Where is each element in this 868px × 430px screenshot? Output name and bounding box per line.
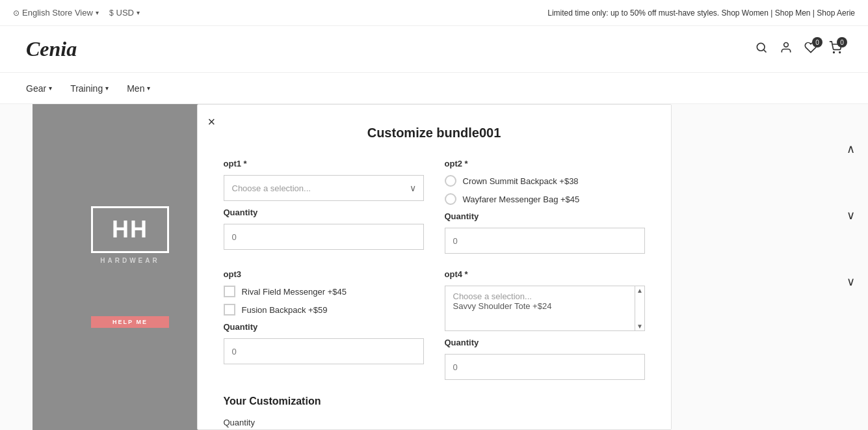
- opt1-dropdown-wrapper: Choose a selection... Option 1 Option 2 …: [224, 175, 424, 201]
- currency-dropdown-icon: ▾: [137, 9, 140, 16]
- opt3-checkbox-1: [224, 286, 235, 297]
- cart-badge: 0: [837, 37, 847, 47]
- nav-gear-chevron: ▾: [49, 85, 52, 92]
- promo-text: Limited time only: up to 50% off must-ha…: [547, 8, 719, 18]
- nav-men-label: Men: [127, 83, 144, 94]
- opt4-scrollbar: ▲ ▼: [635, 286, 645, 331]
- svg-line-1: [764, 50, 767, 53]
- svg-point-2: [784, 43, 789, 47]
- opt3-checkbox-group: Rival Field Messenger +$45 Fusion Backpa…: [224, 286, 424, 316]
- opt4-display[interactable]: Choose a selection... Savvy Shoulder Tot…: [445, 286, 645, 331]
- wishlist-icon[interactable]: 0: [804, 41, 817, 57]
- top-bar-left: ⊙ English Store View ▾ $ USD ▾: [13, 8, 140, 18]
- currency-selector[interactable]: $ USD ▾: [109, 8, 140, 18]
- opt2-qty-input[interactable]: [445, 228, 645, 254]
- opt4-visible-option: Savvy Shoulder Tote +$24: [453, 301, 626, 311]
- top-bar-promo: Limited time only: up to 50% off must-ha…: [547, 8, 855, 18]
- opt3-checkbox-item-2[interactable]: Fusion Backpack +$59: [224, 304, 424, 316]
- currency-icon: $: [109, 8, 114, 18]
- opt2-radio-group: Crown Summit Backpack +$38 Wayfarer Mess…: [445, 175, 645, 205]
- chevron-down-1-icon[interactable]: ∨: [847, 208, 855, 222]
- cart-icon[interactable]: 0: [829, 41, 842, 57]
- nav-training-chevron: ▾: [105, 85, 109, 92]
- opt2-label: opt2 *: [445, 159, 645, 168]
- opt4-placeholder: Choose a selection...: [453, 291, 626, 301]
- opt1-required: *: [244, 159, 247, 168]
- store-view-label: English Store View: [22, 8, 93, 18]
- store-view-selector[interactable]: ⊙ English Store View ▾: [13, 8, 99, 18]
- opt2-option-1-label: Crown Summit Backpack +$38: [463, 176, 579, 186]
- shop-women-link[interactable]: Shop Women: [721, 8, 769, 18]
- nav-men-chevron: ▾: [147, 85, 150, 92]
- modal-close-button[interactable]: ×: [208, 115, 216, 128]
- logo[interactable]: Cenia: [26, 37, 77, 61]
- side-chevrons: ∧ ∨ ∨: [847, 142, 855, 289]
- shop-men-link[interactable]: Shop Men: [775, 8, 811, 18]
- location-icon: ⊙: [13, 8, 20, 18]
- customize-modal: × Customize bundle001 opt1 * Choose a se…: [197, 104, 672, 430]
- top-bar: ⊙ English Store View ▾ $ USD ▾ Limited t…: [0, 0, 868, 26]
- opt3-option-1-label: Rival Field Messenger +$45: [242, 287, 347, 297]
- wishlist-badge: 0: [812, 37, 822, 47]
- opt3-option-2-label: Fusion Backpack +$59: [242, 305, 328, 315]
- opt3-qty-label: Quantity: [224, 322, 424, 332]
- nav: Gear ▾ Training ▾ Men ▾: [0, 73, 868, 104]
- opt1-group: opt1 * Choose a selection... Option 1 Op…: [224, 159, 424, 254]
- opt4-label: opt4 *: [445, 269, 645, 279]
- svg-point-0: [757, 43, 765, 51]
- opt3-checkbox-2: [224, 304, 235, 316]
- main-content: HH HARDWEAR HELP ME × Customize bundle00…: [0, 104, 868, 430]
- opt4-qty-label: Quantity: [445, 338, 645, 347]
- nav-gear-label: Gear: [26, 83, 46, 94]
- store-dropdown-icon: ▾: [96, 9, 99, 16]
- account-icon[interactable]: [780, 41, 793, 57]
- opt2-group: opt2 * Crown Summit Backpack +$38 Wayfar…: [445, 159, 645, 254]
- opt2-radio-item-2[interactable]: Wayfarer Messenger Bag +$45: [445, 193, 645, 205]
- opt3-label: opt3: [224, 269, 424, 279]
- currency-label: USD: [116, 8, 134, 18]
- nav-training-label: Training: [70, 83, 103, 94]
- shop-aerie-link[interactable]: Shop Aerie: [817, 8, 855, 18]
- opt2-radio-circle-1: [445, 175, 456, 187]
- opt3-group: opt3 Rival Field Messenger +$45 Fusion B…: [224, 269, 424, 380]
- chevron-up-icon[interactable]: ∧: [847, 142, 855, 156]
- opt2-radio-item-1[interactable]: Crown Summit Backpack +$38: [445, 175, 645, 187]
- opt4-group: opt4 * Choose a selection... Savvy Shoul…: [445, 269, 645, 380]
- customization-section: Your Customization Quantity: [224, 396, 645, 430]
- header: Cenia 0 0: [0, 26, 868, 73]
- opt1-label: opt1 *: [224, 159, 424, 168]
- opt4-scroll-down[interactable]: ▼: [637, 323, 643, 330]
- opt4-scroll-up[interactable]: ▲: [637, 287, 643, 294]
- nav-training[interactable]: Training ▾: [70, 83, 109, 94]
- opt2-qty-label: Quantity: [445, 211, 645, 221]
- opt2-option-2-label: Wayfarer Messenger Bag +$45: [463, 195, 580, 204]
- opt1-qty-label: Quantity: [224, 208, 424, 217]
- opt3-checkbox-item-1[interactable]: Rival Field Messenger +$45: [224, 286, 424, 297]
- nav-men[interactable]: Men ▾: [127, 83, 150, 94]
- chevron-down-2-icon[interactable]: ∨: [847, 275, 855, 289]
- opt4-textarea-wrapper: Choose a selection... Savvy Shoulder Tot…: [445, 286, 645, 331]
- opt3-qty-input[interactable]: [224, 338, 424, 364]
- customization-qty-label: Quantity: [224, 418, 645, 427]
- modal-grid: opt1 * Choose a selection... Option 1 Op…: [224, 159, 645, 380]
- search-icon[interactable]: [755, 41, 768, 57]
- opt4-qty-input[interactable]: [445, 354, 645, 380]
- modal-overlay: × Customize bundle001 opt1 * Choose a se…: [0, 104, 868, 430]
- opt4-required: *: [465, 269, 468, 279]
- opt2-radio-circle-2: [445, 193, 456, 205]
- opt1-qty-input[interactable]: [224, 224, 424, 250]
- opt2-required: *: [465, 159, 468, 168]
- header-icons: 0 0: [755, 41, 842, 57]
- svg-point-4: [839, 52, 841, 53]
- opt1-select[interactable]: Choose a selection... Option 1 Option 2: [224, 175, 424, 201]
- customization-title: Your Customization: [224, 396, 645, 407]
- svg-point-3: [834, 52, 835, 53]
- nav-gear[interactable]: Gear ▾: [26, 83, 52, 94]
- modal-title: Customize bundle001: [224, 126, 645, 141]
